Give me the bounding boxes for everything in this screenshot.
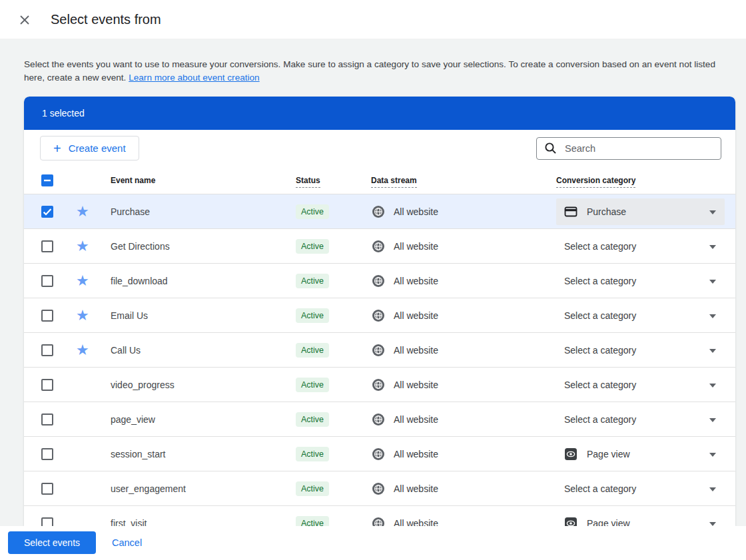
select-all-checkbox[interactable] [41,174,53,186]
globe-icon [371,343,386,358]
chevron-down-icon [709,418,716,422]
conversion-category-select[interactable]: Select a category [556,406,725,433]
close-icon [18,13,31,27]
data-stream-label: All website [394,483,438,494]
search-icon [544,142,557,154]
conversion-category-select[interactable]: Select a category [556,372,725,398]
data-stream-label: All website [394,276,438,286]
table-row: ★ page_view Active All website [24,402,735,437]
data-stream-label: All website [394,414,438,425]
event-table-body: ★ Purchase Active All website [24,194,735,526]
status-badge: Active [296,516,329,527]
event-name: video_progress [111,380,175,390]
column-header-status[interactable]: Status [296,176,320,188]
learn-more-link[interactable]: Learn more about event creation [129,73,259,83]
status-badge: Active [296,412,329,427]
conversion-category-select[interactable]: Select a category [556,302,725,329]
selected-count-label: 1 selected [42,108,85,119]
globe-icon [371,204,386,219]
globe-icon [371,481,386,496]
star-icon[interactable]: ★ [76,272,89,289]
event-name: user_engagement [111,483,186,494]
star-icon[interactable]: ★ [76,238,89,254]
globe-icon [371,516,386,527]
star-icon[interactable]: ★ [76,342,89,358]
chevron-down-icon [709,453,716,457]
event-name: Call Us [111,345,141,356]
conversion-category-select[interactable]: Select a category [556,268,725,294]
cancel-button[interactable]: Cancel [112,531,142,554]
table-row: ★ Purchase Active All website [24,194,735,229]
intro-description: Select the events you want to use to mea… [24,59,715,83]
conversion-category-label: Select a category [564,380,636,390]
chevron-down-icon [709,245,716,249]
footer-bar: Select events Cancel [0,526,746,560]
conversion-category-select[interactable]: Select a category [556,337,725,364]
globe-icon [371,308,386,323]
row-checkbox[interactable] [41,310,53,322]
conversion-category-label: Select a category [564,310,636,321]
data-stream-label: All website [394,449,438,459]
search-input[interactable] [565,143,713,154]
plus-icon: + [53,142,61,155]
create-event-label: Create event [69,142,126,154]
row-checkbox[interactable] [41,240,53,252]
conversion-category-select[interactable]: Select a category [556,233,725,260]
column-header-conversion-category[interactable]: Conversion category [556,176,635,188]
conversion-category-select[interactable]: Page view [556,441,725,467]
status-badge: Active [296,204,329,219]
table-row: ★ user_engagement Active All website [24,471,735,506]
dialog-title: Select events from [51,0,161,39]
event-name: file_download [111,276,168,286]
status-badge: Active [296,239,329,254]
conversion-category-label: Select a category [564,483,636,494]
chevron-down-icon [709,522,716,526]
table-header-row: Event name Status Data stream Conversion… [24,166,735,194]
star-icon[interactable]: ★ [76,203,89,220]
row-checkbox[interactable] [41,483,53,495]
row-checkbox[interactable] [41,517,53,527]
indeterminate-icon [41,174,53,186]
status-badge: Active [296,274,329,288]
data-stream-label: All website [394,206,438,217]
row-checkbox[interactable] [41,206,53,218]
globe-icon [371,412,386,427]
create-event-button[interactable]: + Create event [40,136,139,160]
dialog-header: Select events from [0,0,746,39]
data-stream-label: All website [394,518,438,527]
page-view-eye-icon [564,517,577,527]
row-checkbox[interactable] [41,275,53,287]
column-header-event-name: Event name [111,176,155,185]
row-checkbox[interactable] [41,344,53,356]
table-row: ★ file_download Active All website [24,264,735,298]
chevron-down-icon [709,384,716,388]
chevron-down-icon [709,349,716,353]
globe-icon [371,447,386,461]
event-name: Email Us [111,310,148,321]
checkmark-icon [41,206,53,218]
globe-icon [371,274,386,288]
chevron-down-icon [709,280,716,284]
search-box[interactable] [536,137,721,160]
star-icon[interactable]: ★ [76,307,89,324]
close-button[interactable] [17,12,33,28]
row-checkbox[interactable] [41,448,53,460]
event-name: first_visit [111,518,147,527]
event-name: page_view [111,414,155,425]
column-header-data-stream[interactable]: Data stream [371,176,417,188]
conversion-category-label: Select a category [564,276,636,286]
select-events-button[interactable]: Select events [8,531,96,554]
table-row: ★ first_visit Active All website [24,506,735,526]
data-stream-label: All website [394,241,438,252]
conversion-category-select[interactable]: Select a category [556,475,725,502]
globe-icon [371,378,386,392]
table-toolbar: + Create event [24,130,735,166]
page-view-eye-icon [564,447,577,461]
chevron-down-icon [709,314,716,318]
row-checkbox[interactable] [41,379,53,391]
conversion-category-label: Select a category [564,345,636,356]
event-name: session_start [111,449,165,459]
conversion-category-select[interactable]: Purchase [556,198,725,225]
conversion-category-select[interactable]: Page view [556,510,725,527]
row-checkbox[interactable] [41,414,53,425]
